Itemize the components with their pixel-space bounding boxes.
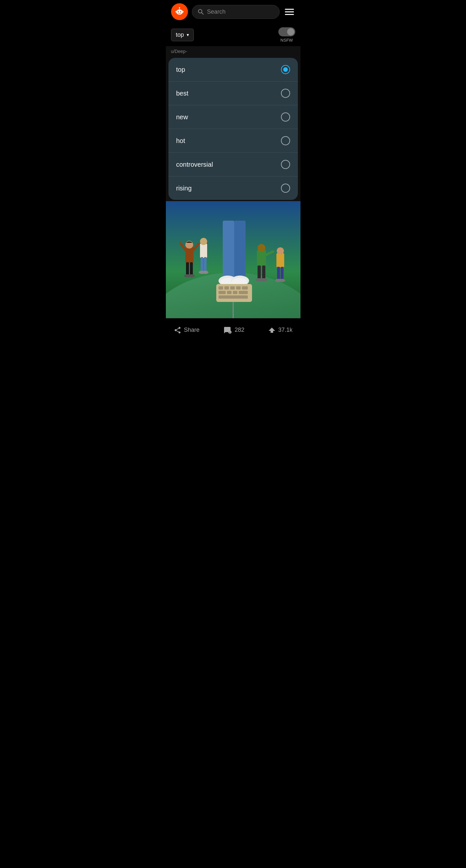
dropdown-overlay: top best new hot controv — [166, 58, 300, 200]
sort-option-rising-label: rising — [176, 185, 192, 192]
svg-rect-24 — [219, 291, 226, 294]
sort-option-new[interactable]: new — [169, 105, 298, 129]
svg-rect-27 — [239, 291, 248, 294]
sort-option-controversial-radio — [281, 160, 290, 169]
hamburger-line-2 — [285, 11, 294, 12]
sort-option-hot-radio — [281, 136, 290, 145]
svg-rect-40 — [201, 257, 203, 272]
content-area: u/Deep- top best new hot — [166, 46, 300, 318]
svg-point-52 — [277, 247, 284, 254]
nsfw-toggle-knob — [287, 28, 294, 35]
svg-rect-53 — [277, 267, 280, 280]
search-placeholder: Search — [207, 8, 226, 15]
hamburger-menu[interactable] — [284, 7, 295, 16]
svg-rect-38 — [200, 243, 207, 258]
svg-point-4 — [175, 11, 177, 13]
svg-rect-20 — [224, 286, 229, 289]
svg-point-43 — [202, 271, 208, 274]
sort-option-hot-label: hot — [176, 137, 185, 145]
svg-rect-26 — [233, 291, 237, 294]
sort-option-best[interactable]: best — [169, 82, 298, 105]
svg-rect-47 — [262, 266, 265, 279]
header: Search — [166, 0, 300, 23]
svg-point-3 — [180, 11, 181, 12]
search-icon — [197, 8, 204, 15]
nsfw-container: NSFW — [279, 27, 295, 42]
sort-option-hot[interactable]: hot — [169, 129, 298, 153]
hamburger-line-3 — [285, 14, 294, 15]
svg-rect-13 — [234, 221, 245, 279]
bottom-bar: Share 2 282 37.1k — [166, 318, 300, 342]
svg-rect-22 — [236, 286, 241, 289]
svg-point-50 — [260, 278, 267, 281]
svg-rect-21 — [230, 286, 235, 289]
sort-option-top[interactable]: top — [169, 58, 298, 82]
comments-icon: 2 — [224, 326, 232, 334]
sort-option-top-radio — [281, 65, 290, 74]
svg-rect-41 — [204, 257, 206, 272]
svg-point-39 — [200, 238, 207, 245]
upvote-icon — [268, 327, 275, 334]
svg-rect-33 — [190, 262, 193, 275]
svg-rect-54 — [281, 267, 284, 280]
reddit-logo[interactable] — [171, 3, 188, 20]
sort-option-controversial[interactable]: controversial — [169, 153, 298, 177]
svg-rect-44 — [257, 250, 266, 266]
sort-option-best-label: best — [176, 90, 188, 97]
svg-rect-51 — [276, 253, 284, 268]
user-hint: u/Deep- — [166, 46, 300, 57]
svg-rect-23 — [242, 286, 248, 289]
svg-point-45 — [258, 244, 265, 252]
search-bar[interactable]: Search — [192, 5, 280, 19]
sort-option-new-label: new — [176, 114, 188, 121]
sort-option-rising-radio — [281, 184, 290, 193]
svg-point-56 — [279, 279, 285, 282]
sort-dropdown[interactable]: top ▾ — [171, 29, 194, 41]
svg-rect-12 — [223, 221, 234, 279]
svg-rect-46 — [258, 266, 261, 279]
share-action[interactable]: Share — [174, 326, 200, 334]
svg-point-37 — [188, 274, 195, 278]
svg-rect-25 — [227, 291, 232, 294]
sort-dropdown-panel: top best new hot controv — [169, 58, 298, 200]
nsfw-toggle[interactable] — [279, 27, 295, 36]
svg-rect-28 — [219, 296, 248, 299]
sort-current-label: top — [176, 32, 184, 38]
sort-option-new-radio — [281, 113, 290, 122]
hamburger-line-1 — [285, 9, 294, 10]
share-icon — [174, 326, 181, 334]
nsfw-label: NSFW — [280, 38, 293, 42]
comments-count: 282 — [234, 327, 244, 334]
score-value: 37.1k — [278, 327, 292, 334]
svg-rect-19 — [219, 286, 223, 289]
skate-scene-illustration — [166, 201, 300, 318]
sort-option-top-label: top — [176, 66, 185, 73]
share-label: Share — [184, 327, 200, 334]
svg-point-5 — [182, 11, 183, 13]
sort-bar: top ▾ NSFW — [166, 23, 300, 46]
score-action: 37.1k — [268, 327, 292, 334]
sort-option-best-radio — [281, 89, 290, 98]
post-image — [166, 201, 300, 318]
comments-action[interactable]: 2 282 — [224, 326, 244, 334]
svg-point-7 — [179, 7, 180, 8]
svg-text:2: 2 — [230, 332, 231, 334]
svg-line-9 — [201, 13, 203, 14]
svg-point-1 — [176, 9, 183, 14]
sort-option-rising[interactable]: rising — [169, 177, 298, 200]
svg-rect-32 — [186, 262, 189, 275]
svg-point-2 — [178, 11, 179, 12]
svg-rect-30 — [185, 247, 194, 263]
sort-option-top-radio-inner — [283, 67, 288, 72]
chevron-down-icon: ▾ — [187, 32, 189, 37]
sort-option-controversial-label: controversial — [176, 161, 213, 168]
